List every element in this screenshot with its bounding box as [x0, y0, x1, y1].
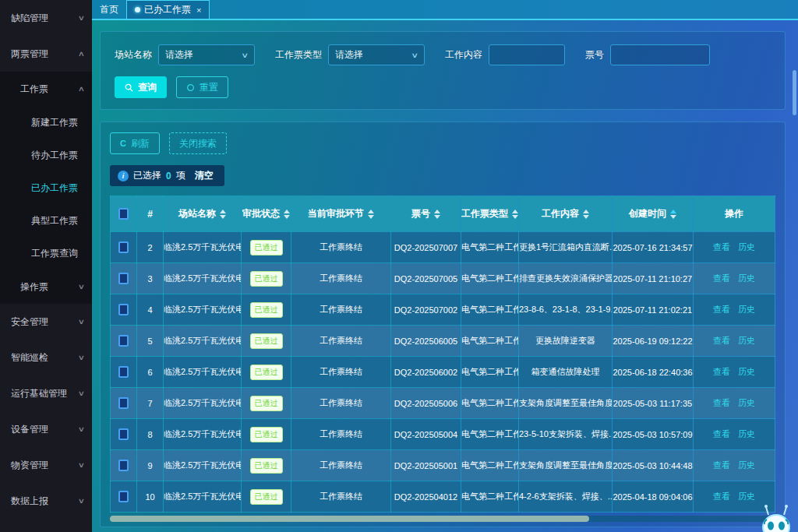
view-link[interactable]: 查看	[713, 273, 730, 283]
column-header[interactable]: 票号	[391, 196, 461, 232]
created-time-cell: 2025-06-18 22:40:36	[613, 357, 694, 388]
sidebar-item-设备管理[interactable]: 设备管理∨	[0, 411, 92, 447]
column-header[interactable]: 工作票类型	[461, 196, 519, 232]
query-button[interactable]: 查询	[115, 76, 167, 98]
sidebar-item-新建工作票[interactable]: 新建工作票	[0, 106, 92, 139]
refresh-button-label: 刷新	[131, 137, 150, 150]
approval-step-cell: 工作票终结	[291, 263, 391, 294]
view-link[interactable]: 查看	[713, 398, 730, 407]
column-header[interactable]: 场站名称	[164, 196, 242, 232]
refresh-button[interactable]: C 刷新	[110, 132, 160, 154]
table-toolbar: C 刷新 关闭搜索	[110, 132, 775, 154]
created-time-cell: 2025-07-11 21:10:27	[613, 263, 694, 294]
sidebar-item-工作票[interactable]: 工作票∧	[0, 72, 92, 106]
column-header[interactable]: 创建时间	[613, 196, 694, 232]
sidebar-item-数据上报[interactable]: 数据上报∨	[0, 483, 92, 519]
sidebar-item-典型工作票[interactable]: 典型工作票	[0, 204, 92, 237]
sort-icon[interactable]	[368, 210, 374, 219]
sort-icon[interactable]	[434, 210, 440, 219]
history-link[interactable]: 历史	[738, 398, 755, 407]
sort-icon[interactable]	[284, 210, 290, 219]
sort-icon[interactable]	[583, 210, 589, 219]
view-link[interactable]: 查看	[713, 491, 730, 501]
history-link[interactable]: 历史	[738, 336, 755, 345]
sort-icon[interactable]	[220, 210, 226, 219]
history-link[interactable]: 历史	[738, 491, 755, 501]
row-checkbox[interactable]	[118, 241, 129, 253]
view-link[interactable]: 查看	[713, 242, 730, 252]
column-header-label: 票号	[411, 208, 430, 219]
history-link[interactable]: 历史	[738, 429, 755, 439]
chatbot-icon[interactable]	[759, 504, 793, 532]
select-all-checkbox[interactable]	[118, 208, 129, 220]
row-index-cell: 6	[137, 357, 164, 388]
history-link[interactable]: 历史	[738, 367, 755, 376]
sidebar-item-操作票[interactable]: 操作票∨	[0, 270, 92, 304]
row-checkbox[interactable]	[118, 335, 129, 347]
work-content-input[interactable]	[489, 44, 565, 65]
row-checkbox-cell	[111, 450, 137, 481]
station-name-select[interactable]: 请选择 ∨	[158, 44, 255, 65]
ticket-no-input[interactable]	[610, 44, 710, 65]
reset-button[interactable]: 重置	[176, 76, 228, 98]
sort-icon[interactable]	[512, 210, 518, 219]
table-row: 2临洮2.5万千瓦光伏电..已通过工作票终结DQ2-202507007电气第二种…	[111, 232, 775, 263]
row-checkbox[interactable]	[118, 366, 129, 378]
history-link[interactable]: 历史	[738, 305, 755, 314]
sort-icon[interactable]	[670, 210, 676, 219]
ticket-no-cell: DQ2-202505001	[391, 450, 461, 481]
work-content-cell: 23-8-6、23-1-8、23-1-9...	[519, 294, 613, 326]
view-link[interactable]: 查看	[713, 367, 730, 376]
vertical-scrollbar[interactable]	[793, 70, 796, 115]
sidebar-item-label: 两票管理	[11, 48, 48, 61]
ticket-no-cell: DQ2-202507002	[391, 294, 461, 326]
sidebar-item-物资管理[interactable]: 物资管理∨	[0, 447, 92, 483]
row-checkbox[interactable]	[118, 273, 129, 284]
row-checkbox[interactable]	[118, 491, 129, 502]
row-checkbox[interactable]	[118, 428, 129, 440]
sidebar-item-智能巡检[interactable]: 智能巡检∨	[0, 340, 92, 375]
row-checkbox[interactable]	[118, 397, 129, 409]
chevron-down-icon: ∨	[78, 425, 85, 433]
horizontal-scrollbar[interactable]	[110, 516, 775, 522]
history-link[interactable]: 历史	[738, 460, 755, 470]
tab-close-icon[interactable]: ×	[196, 5, 201, 15]
view-link[interactable]: 查看	[713, 305, 730, 314]
clear-selection-link[interactable]: 清空	[195, 169, 214, 182]
sidebar-item-已办工作票[interactable]: 已办工作票	[0, 171, 92, 204]
history-link[interactable]: 历史	[738, 273, 755, 283]
ticket-type-select[interactable]: 请选择 ∨	[328, 44, 425, 65]
chevron-up-icon: ∧	[78, 50, 85, 58]
close-search-button[interactable]: 关闭搜索	[169, 132, 227, 154]
sidebar-item-运行基础管理[interactable]: 运行基础管理∨	[0, 375, 92, 411]
horizontal-scrollbar-thumb[interactable]	[110, 516, 589, 522]
tab-home[interactable]: 首页	[92, 0, 126, 19]
column-header[interactable]: 当前审批环节	[291, 196, 391, 232]
status-badge: 已通过	[250, 302, 283, 318]
view-link[interactable]: 查看	[713, 460, 730, 470]
history-link[interactable]: 历史	[738, 242, 755, 252]
ticket-no-label: 票号	[585, 48, 604, 62]
sidebar-item-两票管理[interactable]: 两票管理∧	[0, 36, 92, 72]
view-link[interactable]: 查看	[713, 429, 730, 439]
column-header[interactable]: 审批状态	[242, 196, 291, 232]
chevron-down-icon: ∨	[78, 389, 85, 397]
sidebar-item-缺陷管理[interactable]: 缺陷管理∨	[0, 0, 92, 36]
station-name-cell: 临洮2.5万千瓦光伏电..	[164, 326, 242, 357]
station-name-cell: 临洮2.5万千瓦光伏电..	[164, 263, 242, 294]
tab-done-work-tickets[interactable]: 已办工作票 ×	[126, 0, 210, 19]
status-badge: 已通过	[250, 271, 283, 287]
row-checkbox-cell	[111, 481, 137, 513]
approval-step-cell: 工作票终结	[291, 481, 391, 513]
view-link[interactable]: 查看	[713, 336, 730, 345]
sidebar-item-工作票查询[interactable]: 工作票查询	[0, 237, 92, 270]
row-checkbox[interactable]	[118, 460, 129, 471]
sidebar-item-安全管理[interactable]: 安全管理∨	[0, 304, 92, 340]
table-row: 5临洮2.5万千瓦光伏电..已通过工作票终结DQ2-202506005电气第二种…	[111, 326, 775, 357]
column-header[interactable]: 工作内容	[519, 196, 613, 232]
status-badge: 已通过	[250, 333, 283, 349]
approval-status-cell: 已通过	[242, 263, 291, 294]
sidebar-item-label: 已办工作票	[31, 181, 78, 195]
sidebar-item-待办工作票[interactable]: 待办工作票	[0, 139, 92, 171]
row-checkbox[interactable]	[118, 304, 129, 315]
